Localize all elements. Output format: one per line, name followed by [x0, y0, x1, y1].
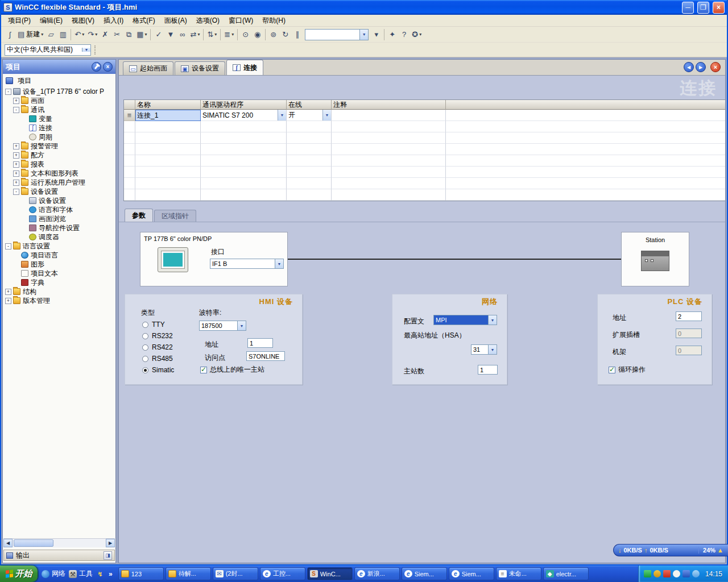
tree-item[interactable]: 变量	[4, 114, 114, 123]
tree-item[interactable]: 字典	[4, 278, 114, 287]
tree-expander[interactable]: +	[13, 98, 19, 104]
radio-rs485[interactable]: RS485	[142, 355, 173, 363]
radio-icon[interactable]	[142, 322, 148, 328]
tree-item[interactable]: 项目语言	[4, 251, 114, 260]
tray-network-icon[interactable]	[682, 570, 690, 577]
taskbar-button[interactable]: e工控...	[260, 567, 305, 580]
column-header[interactable]: 名称	[135, 100, 201, 110]
quicklaunch-item[interactable]: ⚒工具	[69, 569, 93, 579]
panel-close-button[interactable]: ×	[103, 62, 113, 72]
tree-expander[interactable]: -	[13, 189, 19, 195]
cut-button[interactable]: ✂	[111, 28, 123, 41]
paste-special-button[interactable]: ▦▾	[135, 28, 148, 41]
menu-item[interactable]: 编辑(E)	[35, 15, 67, 27]
tree-expander[interactable]: +	[5, 298, 11, 304]
chevron-down-icon[interactable]: ▼	[82, 48, 90, 52]
menu-item[interactable]: 帮助(H)	[258, 15, 290, 27]
delete-button[interactable]: ✗	[99, 28, 111, 41]
tree-expander[interactable]: -	[13, 107, 19, 113]
column-header[interactable]: 通讯驱动程序	[201, 100, 287, 110]
tray-antivirus-icon[interactable]	[663, 570, 671, 577]
tray-messenger-icon[interactable]	[692, 570, 700, 577]
tree-item[interactable]: -通讯	[4, 105, 114, 114]
dropdown-button[interactable]: ▾	[370, 28, 382, 41]
start-button[interactable]: 开始	[0, 566, 38, 582]
tree-item[interactable]: +运行系统用户管理	[4, 178, 114, 187]
tree-expander[interactable]: +	[5, 289, 11, 295]
tree-item[interactable]: +报表	[4, 160, 114, 169]
language-select[interactable]: 中文(中华人民共和国) ▼	[5, 44, 91, 56]
only-master-checkbox-row[interactable]: 总线上的唯一主站	[200, 365, 264, 375]
tree-item[interactable]: 画面浏览	[4, 214, 114, 223]
minimize-button[interactable]: ─	[682, 2, 694, 14]
tree-item[interactable]: 项目文本	[4, 269, 114, 278]
output-expand-button[interactable]: ◨	[104, 551, 112, 560]
row-header-column[interactable]	[124, 100, 135, 110]
menu-item[interactable]: 视图(V)	[67, 15, 99, 27]
copy-button[interactable]: ⧉	[123, 28, 135, 41]
checkbox-checked-icon[interactable]	[609, 367, 615, 373]
refresh-button[interactable]: ↻	[279, 28, 291, 41]
tree-root-item[interactable]: 项目	[3, 76, 115, 86]
scroll-left-icon[interactable]: ◀	[3, 539, 13, 547]
toolbar-drag-handle[interactable]	[94, 45, 97, 55]
radio-icon[interactable]	[142, 356, 148, 362]
column-header[interactable]: 注释	[332, 100, 446, 110]
tree-item[interactable]: +结构	[4, 287, 114, 296]
rack-input[interactable]: 0	[676, 346, 702, 355]
tree-item[interactable]: 调度器	[4, 232, 114, 242]
checkbox-checked-icon[interactable]	[200, 367, 207, 373]
subtab-区域指针[interactable]: 区域指针	[154, 210, 196, 222]
tree-item[interactable]: -设备_1(TP 177B 6'' color P	[4, 87, 114, 96]
comment-cell[interactable]	[332, 110, 446, 121]
taskbar-button[interactable]: ≡未命...	[496, 567, 541, 580]
help-button[interactable]: ?	[398, 28, 410, 41]
chevron-down-icon[interactable]: ▼	[275, 259, 283, 268]
column-header[interactable]: 在线	[287, 100, 332, 110]
chevron-down-icon[interactable]: ▼	[359, 30, 368, 40]
pin-button[interactable]	[92, 62, 101, 72]
tree-item[interactable]: -设备设置	[4, 187, 114, 196]
tree-item[interactable]: 图形	[4, 260, 114, 269]
radio-icon[interactable]	[142, 344, 148, 351]
hsa-select[interactable]: 31 ▼	[471, 344, 497, 355]
tree-item[interactable]: 连接	[4, 123, 114, 132]
tree-expander[interactable]: +	[13, 161, 19, 168]
plc-address-input[interactable]: 2	[676, 311, 702, 321]
taskbar-button[interactable]: ◆electr...	[543, 567, 589, 580]
scrollbar-thumb[interactable]	[14, 539, 53, 547]
menu-item[interactable]: 面板(A)	[160, 15, 192, 27]
radio-tty[interactable]: TTY	[142, 321, 165, 329]
tree-item[interactable]: 周期	[4, 132, 114, 142]
taskbar-button[interactable]: eSiem...	[449, 567, 494, 580]
maximize-button[interactable]: ❐	[697, 2, 709, 14]
tree-item[interactable]: +配方	[4, 151, 114, 160]
undo-button[interactable]: ↶▾	[73, 28, 86, 41]
slot-input[interactable]: 0	[676, 329, 702, 338]
interface-select[interactable]: IF1 B ▼	[210, 259, 284, 269]
tree-item[interactable]: +画面	[4, 96, 114, 105]
quicklaunch-item[interactable]: ↯	[96, 570, 104, 578]
profile-select[interactable]: MPI ▼	[433, 315, 497, 325]
list-button[interactable]: ≣▾	[222, 28, 235, 41]
compile-button[interactable]: ✓	[152, 28, 164, 41]
seal-button[interactable]: ✦	[386, 28, 398, 41]
output-panel-bar[interactable]: 输出 ◨	[3, 550, 115, 561]
masters-input[interactable]: 1	[478, 365, 498, 375]
pause-button[interactable]: ∥	[291, 28, 303, 41]
find-next-button[interactable]: ◉	[251, 28, 263, 41]
progress-segment[interactable]: 24% ▲	[698, 547, 723, 554]
connect-button[interactable]: ∞	[176, 28, 188, 41]
tree-expander[interactable]: -	[5, 89, 11, 95]
back-button[interactable]: ◀	[684, 62, 694, 72]
tab-起始画面[interactable]: ▭起始画面	[123, 61, 173, 75]
download-speed-bar[interactable]: ↓ 0KB/S ↑ 0KB/S 24% ▲	[613, 544, 728, 556]
paste-button[interactable]: ▥	[57, 28, 69, 41]
tree-expander[interactable]: +	[13, 152, 19, 159]
taskbar-button[interactable]: 123	[118, 567, 164, 580]
tree-expander[interactable]: +	[13, 143, 19, 149]
download-button[interactable]: ▼	[164, 28, 176, 41]
tree-expander[interactable]: +	[13, 180, 19, 186]
editor-close-button[interactable]: ×	[710, 62, 721, 72]
row-header-cell[interactable]: ≣	[124, 110, 135, 121]
